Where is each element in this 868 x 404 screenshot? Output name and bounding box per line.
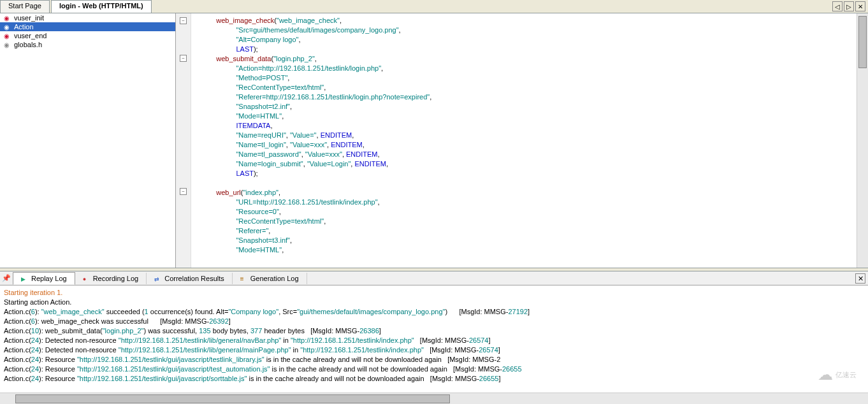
fold-toggle[interactable]: −	[180, 188, 187, 195]
watermark: ☁亿速云	[818, 366, 857, 384]
tab-correlation-results[interactable]: Correlation Results	[147, 273, 233, 284]
generation-icon	[240, 275, 248, 282]
tree-item-vuser-init[interactable]: vuser_init	[0, 13, 175, 22]
tab-controls: ◁ ▷ ✕	[832, 0, 868, 13]
code-editor: − − − web_image_check("web_image_check",…	[176, 13, 868, 268]
fold-gutter: − − −	[176, 13, 191, 268]
tab-login[interactable]: login - Web (HTTP/HTML)	[51, 0, 152, 13]
recording-icon	[83, 275, 90, 282]
tab-scroll-left-button[interactable]: ◁	[832, 1, 843, 11]
tree-label: vuser_end	[14, 32, 47, 40]
function-icon	[4, 32, 11, 40]
tab-close-button[interactable]: ✕	[855, 1, 865, 11]
log-horizontal-scrollbar[interactable]	[0, 393, 868, 404]
replay-icon	[21, 275, 29, 282]
tab-recording-log[interactable]: Recording Log	[75, 273, 147, 284]
function-icon	[4, 14, 11, 22]
tab-start-page[interactable]: Start Page	[0, 0, 50, 13]
tree-label: Action	[14, 23, 34, 31]
pin-icon[interactable]: 📌	[0, 274, 13, 282]
cloud-icon: ☁	[818, 366, 833, 384]
tab-generation-log[interactable]: Generation Log	[233, 273, 307, 284]
fold-toggle[interactable]: −	[180, 55, 187, 62]
function-icon	[4, 23, 11, 31]
script-tree: vuser_init Action vuser_end globals.h	[0, 13, 176, 268]
code-text[interactable]: web_image_check("web_image_check", "Src=…	[191, 13, 857, 268]
fold-toggle[interactable]: −	[180, 17, 187, 24]
tree-item-action[interactable]: Action	[0, 22, 175, 31]
code-vertical-scrollbar[interactable]	[857, 13, 868, 268]
file-icon	[4, 41, 11, 48]
tree-item-globals[interactable]: globals.h	[0, 40, 175, 49]
tab-replay-log[interactable]: Replay Log	[13, 272, 75, 285]
tree-item-vuser-end[interactable]: vuser_end	[0, 31, 175, 40]
top-tabs: Start Page login - Web (HTTP/HTML) ◁ ▷ ✕	[0, 0, 868, 13]
tab-scroll-right-button[interactable]: ▷	[844, 1, 854, 11]
correlation-icon	[154, 275, 162, 282]
log-tabs: 📌 Replay Log Recording Log Correlation R…	[0, 271, 868, 285]
log-output[interactable]: Starting iteration 1. Starting action Ac…	[0, 285, 868, 393]
log-close-button[interactable]: ✕	[855, 273, 865, 284]
main-area: vuser_init Action vuser_end globals.h − …	[0, 13, 868, 268]
tree-label: globals.h	[14, 41, 42, 48]
tree-label: vuser_init	[14, 14, 44, 22]
